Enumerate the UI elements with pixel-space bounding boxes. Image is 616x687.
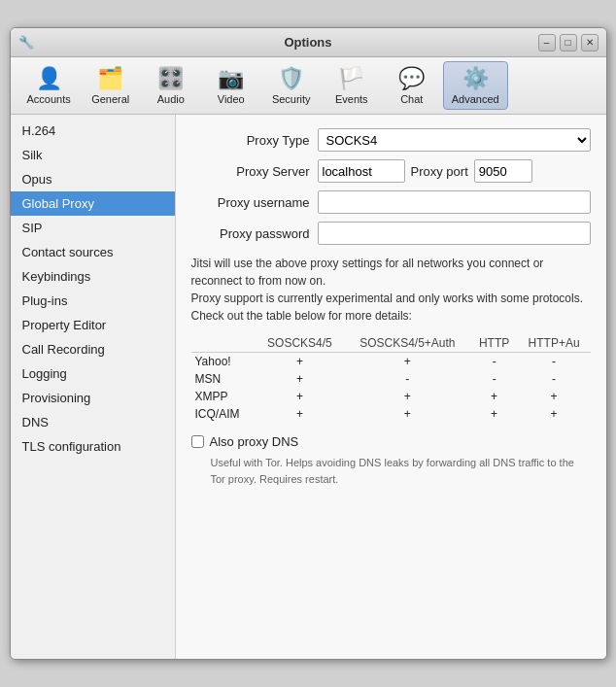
sidebar-item-keybindings[interactable]: Keybindings	[11, 264, 175, 289]
security-icon: 🛡️	[278, 66, 304, 91]
cell-s4: +	[256, 388, 345, 405]
options-window: 🔧 Options – □ ✕ 👤 Accounts 🗂️ General 🎛️…	[10, 27, 607, 660]
sidebar-item-sip[interactable]: SIP	[11, 216, 175, 240]
col-protocol	[191, 334, 256, 353]
cell-httpau: -	[518, 353, 591, 371]
security-label: Security	[272, 93, 311, 105]
proxy-server-label: Proxy Server	[191, 164, 318, 179]
also-proxy-dns-checkbox[interactable]	[191, 435, 204, 448]
video-icon: 📷	[218, 66, 244, 91]
col-httpau: HTTP+Au	[518, 334, 591, 353]
info-text: Jitsi will use the above proxy settings …	[191, 255, 591, 325]
toolbar-item-video[interactable]: 📷 Video	[202, 61, 260, 110]
proxy-password-row: Proxy password	[191, 222, 591, 245]
cell-s4auth: -	[344, 370, 470, 388]
minimize-button[interactable]: –	[538, 34, 556, 52]
cell-s4auth: +	[344, 353, 470, 371]
proxy-port-input[interactable]	[474, 159, 532, 183]
general-icon: 🗂️	[97, 66, 123, 91]
cell-http: +	[471, 405, 518, 423]
window-controls: – □ ✕	[538, 34, 599, 52]
proxy-server-row: Proxy Server Proxy port	[191, 159, 591, 183]
toolbar-item-accounts[interactable]: 👤 Accounts	[18, 61, 80, 110]
sidebar-item-call-recording[interactable]: Call Recording	[11, 337, 175, 361]
protocol-table-container: SOSCKS4/5 SOSCKS4/5+Auth HTTP HTTP+Au Ya…	[191, 334, 591, 423]
proxy-password-input[interactable]	[318, 222, 591, 245]
sidebar-item-global-proxy[interactable]: Global Proxy	[11, 191, 175, 216]
proxy-type-row: Proxy Type SOCKS4 None HTTP SOCKS5	[191, 128, 591, 152]
protocol-table: SOSCKS4/5 SOSCKS4/5+Auth HTTP HTTP+Au Ya…	[191, 334, 591, 423]
col-socks45: SOSCKS4/5	[256, 334, 345, 353]
cell-s4auth: +	[344, 388, 470, 405]
table-row: ICQ/AIM + + + +	[191, 405, 591, 423]
cell-protocol: XMPP	[191, 388, 256, 405]
accounts-icon: 👤	[36, 66, 62, 91]
table-row: XMPP + + + +	[191, 388, 591, 405]
col-socks45auth: SOSCKS4/5+Auth	[344, 334, 470, 353]
audio-icon: 🎛️	[157, 66, 184, 91]
general-label: General	[91, 93, 129, 105]
cell-s4: +	[256, 353, 345, 371]
chat-icon: 💬	[398, 66, 425, 91]
proxy-username-input[interactable]	[318, 190, 591, 214]
main-panel: Proxy Type SOCKS4 None HTTP SOCKS5 Proxy…	[176, 115, 606, 659]
also-proxy-dns-label: Also proxy DNS	[210, 434, 299, 449]
titlebar: 🔧 Options – □ ✕	[11, 28, 606, 57]
proxy-host-input[interactable]	[318, 159, 405, 183]
cell-http: -	[471, 370, 518, 388]
table-row: MSN + - - -	[191, 370, 591, 388]
cell-http: -	[471, 353, 518, 371]
sidebar: H.264SilkOpusGlobal ProxySIPContact sour…	[11, 115, 176, 659]
advanced-icon: ⚙️	[462, 66, 489, 91]
sidebar-item-tls-configuration[interactable]: TLS configuration	[11, 434, 175, 459]
proxy-server-controls: Proxy port	[318, 159, 532, 183]
close-button[interactable]: ✕	[581, 34, 599, 52]
audio-label: Audio	[157, 93, 185, 105]
app-icon: 🔧	[18, 35, 34, 51]
proxy-username-label: Proxy username	[191, 195, 318, 210]
toolbar-item-general[interactable]: 🗂️ General	[82, 61, 140, 110]
cell-httpau: +	[518, 405, 591, 423]
proxy-username-row: Proxy username	[191, 190, 591, 214]
cell-s4: +	[256, 405, 345, 423]
maximize-button[interactable]: □	[560, 34, 577, 52]
cell-httpau: +	[518, 388, 591, 405]
toolbar-item-chat[interactable]: 💬 Chat	[383, 61, 441, 110]
content-area: H.264SilkOpusGlobal ProxySIPContact sour…	[11, 115, 606, 659]
toolbar: 👤 Accounts 🗂️ General 🎛️ Audio 📷 Video 🛡…	[11, 57, 606, 115]
sidebar-item-dns[interactable]: DNS	[11, 410, 175, 434]
cell-protocol: ICQ/AIM	[191, 405, 256, 423]
events-icon: 🏳️	[338, 66, 364, 91]
proxy-password-label: Proxy password	[191, 226, 318, 241]
table-row: Yahoo! + + - -	[191, 353, 591, 371]
accounts-label: Accounts	[27, 93, 71, 105]
sidebar-item-provisioning[interactable]: Provisioning	[11, 386, 175, 410]
cell-protocol: Yahoo!	[191, 353, 256, 371]
events-label: Events	[335, 93, 368, 105]
sidebar-item-logging[interactable]: Logging	[11, 361, 175, 386]
col-http: HTTP	[471, 334, 518, 353]
also-proxy-dns-row: Also proxy DNS	[191, 434, 591, 449]
proxy-type-select[interactable]: SOCKS4 None HTTP SOCKS5	[318, 128, 591, 152]
proxy-type-label: Proxy Type	[191, 133, 318, 148]
sidebar-item-contact-sources[interactable]: Contact sources	[11, 240, 175, 264]
proxy-port-label: Proxy port	[411, 164, 468, 179]
sidebar-item-plug-ins[interactable]: Plug-ins	[11, 289, 175, 313]
cell-s4: +	[256, 370, 345, 388]
toolbar-item-audio[interactable]: 🎛️ Audio	[142, 61, 200, 110]
advanced-label: Advanced	[452, 93, 499, 105]
cell-http: +	[471, 388, 518, 405]
cell-httpau: -	[518, 370, 591, 388]
toolbar-item-advanced[interactable]: ⚙️ Advanced	[443, 61, 508, 110]
sidebar-item-opus[interactable]: Opus	[11, 167, 175, 191]
toolbar-item-security[interactable]: 🛡️ Security	[262, 61, 321, 110]
video-label: Video	[218, 93, 245, 105]
cell-protocol: MSN	[191, 370, 256, 388]
sidebar-item-h264[interactable]: H.264	[11, 119, 175, 143]
sidebar-item-silk[interactable]: Silk	[11, 143, 175, 167]
cell-s4auth: +	[344, 405, 470, 423]
toolbar-item-events[interactable]: 🏳️ Events	[323, 61, 381, 110]
window-title: Options	[11, 35, 606, 50]
chat-label: Chat	[400, 93, 423, 105]
sidebar-item-property-editor[interactable]: Property Editor	[11, 313, 175, 337]
